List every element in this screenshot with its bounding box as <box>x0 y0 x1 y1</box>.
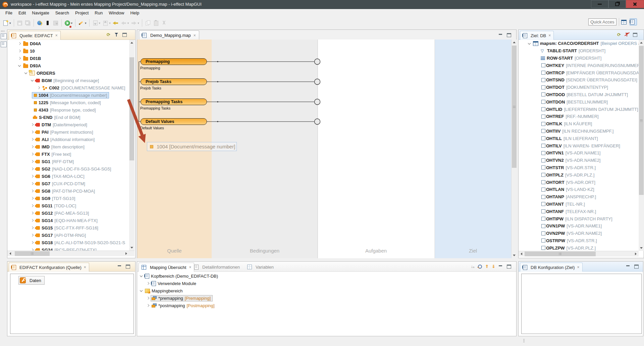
minimize-icon[interactable] <box>626 264 631 269</box>
target-hscrollbar[interactable] <box>519 251 639 257</box>
refresh-mappings-button[interactable] <box>36 19 43 26</box>
new-wizard-button[interactable]: ▾ <box>2 19 12 26</box>
close-icon[interactable]: × <box>189 265 191 270</box>
tree-item-sg8[interactable]: SG8[PAT-DTM-PCD-MOA] <box>7 187 129 195</box>
tree-item-bgm[interactable]: BGM[Beginning of message] <box>7 77 129 84</box>
tree-item-mapsm-c-aco-ordersht[interactable]: mapsm: C#ACO/ORDERSHT[Beispiel ORDERS au <box>519 40 639 47</box>
connector-port[interactable] <box>315 59 320 65</box>
chevron-right-icon[interactable] <box>146 303 151 308</box>
chevron-right-icon[interactable] <box>30 181 35 186</box>
chevron-right-icon[interactable] <box>30 122 35 127</box>
tree-item-mappingbereich[interactable]: Mappingbereich <box>137 287 513 294</box>
tree-item-ohtanp[interactable]: OHTANP[ANSPRECHP.] <box>519 193 639 201</box>
menu-edit[interactable]: Edit <box>15 10 29 16</box>
tree-item-1225[interactable]: 1225[Message function, coded] <box>7 99 129 106</box>
tab-quelle-edifact[interactable]: Quelle: EDIFACT × <box>9 31 61 40</box>
menu-search[interactable]: Search <box>52 10 72 16</box>
tree-item-sg1[interactable]: SG1[RFF-DTM] <box>7 158 129 165</box>
collapse-down-icon[interactable]: ⇓ <box>492 264 495 269</box>
chevron-right-icon[interactable] <box>30 159 35 164</box>
tree-item-*premapping[interactable]: *premapping[Premapping] <box>137 294 513 302</box>
tree-item-ovn1pw[interactable]: OVN1PW[VS-ADR.NAME1] <box>519 222 639 230</box>
tree-item-ftx[interactable]: FTX[Free text] <box>7 150 129 158</box>
chevron-down-icon[interactable] <box>30 78 35 83</box>
chevron-right-icon[interactable] <box>30 203 35 208</box>
scrollbar-thumb[interactable] <box>15 251 50 256</box>
tree-item-ali[interactable]: ALI[Additional information] <box>7 136 129 143</box>
tree-item-10[interactable]: 10 <box>7 47 129 55</box>
import-button[interactable]: ▾ <box>92 19 101 26</box>
tree-item-sg6[interactable]: SG6[TAX-MOA-LOC] <box>7 172 129 180</box>
tree-item-ohtlid[interactable]: OHTLID[LIEFERTERMIN DATUM JHJJMMTT] <box>519 106 639 113</box>
filter-icon[interactable] <box>114 32 119 37</box>
close-icon[interactable]: × <box>55 33 58 38</box>
chevron-right-icon[interactable] <box>17 49 22 53</box>
close-icon[interactable]: × <box>577 265 580 270</box>
close-icon[interactable]: × <box>84 265 86 270</box>
tree-item-c002[interactable]: C002[DOCUMENT/MESSAGE NAME] <box>7 84 129 91</box>
scrollbar-thumb[interactable] <box>525 252 596 256</box>
chevron-down-icon[interactable] <box>23 71 29 75</box>
tree-item-ohtdod[interactable]: OHTDOD[BESTELL DATUM JHJJMMTT] <box>519 91 639 98</box>
tree-item-4343[interactable]: 4343[Response type, coded] <box>7 106 129 114</box>
chevron-right-icon[interactable] <box>30 166 35 171</box>
dragged-item-1004[interactable]: 1004 [Document/message number] <box>147 142 237 151</box>
chevron-down-icon[interactable] <box>139 288 144 293</box>
chevron-right-icon[interactable] <box>30 144 35 149</box>
tree-item-s-end[interactable]: S-END[End of BGM] <box>7 114 129 121</box>
tree-item-sg7[interactable]: SG7[CUX-PCD-DTM] <box>7 180 129 187</box>
tree-item-sg12[interactable]: SG12[PAC-MEA-SG13] <box>7 209 129 217</box>
scrollbar-thumb[interactable] <box>512 46 517 168</box>
chevron-right-icon[interactable] <box>30 225 35 230</box>
chevron-down-icon[interactable] <box>139 274 144 278</box>
cut-button[interactable] <box>160 19 168 26</box>
close-icon[interactable]: × <box>194 33 196 38</box>
chevron-right-icon[interactable] <box>30 211 35 215</box>
tree-item-ohtstr[interactable]: OHTSTR[VS-ADR.STR.] <box>519 164 639 171</box>
source-hscrollbar[interactable] <box>7 251 135 256</box>
dropdown-caret-icon[interactable]: ▾ <box>85 21 87 25</box>
tree-item-sg11[interactable]: SG11[TOD-LOC] <box>7 202 129 209</box>
minimize-icon[interactable] <box>117 264 122 269</box>
maximize-icon[interactable] <box>506 32 512 38</box>
back-button[interactable]: ▾ <box>120 19 130 26</box>
tree-item-ohtkey[interactable]: OHTKEY[INTERNE PAGINIERUNGSNUMMER] <box>519 62 639 69</box>
minimize-icon[interactable] <box>498 264 503 269</box>
save-all-button[interactable] <box>24 19 32 26</box>
maximize-icon[interactable] <box>634 264 639 269</box>
tab-variablen[interactable]: Variablen <box>245 263 276 271</box>
chevron-right-icon[interactable] <box>30 248 35 251</box>
chevron-right-icon[interactable] <box>30 189 35 193</box>
tree-item-ohtref[interactable]: OHTREF[REF.-NUMMER] <box>519 113 639 120</box>
device-button[interactable] <box>44 19 51 26</box>
tree-item-imd[interactable]: IMD[Item description] <box>7 143 129 150</box>
filter-disabled-icon[interactable] <box>625 32 630 37</box>
tree-item-ohtplz[interactable]: OHTPLZ[VS-ADR.PLZ.] <box>519 171 639 179</box>
chevron-down-icon[interactable] <box>17 63 22 68</box>
save-as-button[interactable] <box>52 19 59 26</box>
copy-button[interactable] <box>144 19 152 26</box>
tree-item-ohtvn2[interactable]: OHTVN2[VS-ADR.NAME2] <box>519 157 639 164</box>
export-button[interactable]: ▾ <box>102 19 111 26</box>
window-minimize-button[interactable] <box>591 0 608 8</box>
maximize-icon[interactable] <box>122 32 127 37</box>
chevron-right-icon[interactable] <box>30 240 35 245</box>
tree-item-dtm[interactable]: DTM[Date/time/period] <box>7 121 129 128</box>
dropdown-caret-icon[interactable]: ▾ <box>127 21 129 25</box>
chevron-right-icon[interactable] <box>30 174 35 179</box>
tree-item-ohtvn1[interactable]: OHTVN1[VS-ADR.NAME1] <box>519 149 639 157</box>
restore-view-icon[interactable] <box>1 33 7 39</box>
tree-item-ohtdon[interactable]: OHTDON[BESTELLNUMMER] <box>519 98 639 106</box>
mapping-canvas[interactable]: Premapping Premapping Prejob Tasks Prejo… <box>137 40 511 258</box>
link-with-editor-icon[interactable]: ⟳ <box>106 32 111 37</box>
tab-detailinformationen[interactable]: Detailinformationen <box>192 263 243 271</box>
tree-item-pai[interactable]: PAI[Payment instructions] <box>7 128 129 136</box>
last-edit-location-button[interactable] <box>112 19 119 26</box>
search-icon[interactable] <box>477 264 482 269</box>
tree-item-orders[interactable]: ORDERS <box>7 69 129 77</box>
quick-access-input[interactable] <box>588 18 616 25</box>
tree-item-ohtsnd[interactable]: OHTSND[SENDER ÜBERTRAGUNGSDATEI] <box>519 76 639 84</box>
dropdown-caret-icon[interactable]: ▾ <box>9 21 11 25</box>
tab-mapping-uebersicht[interactable]: Mapping Übersicht × <box>139 263 194 272</box>
tree-item-sg18[interactable]: SG18[ALC-ALI-DTM-SG19-SG20-SG21-S <box>7 239 129 246</box>
